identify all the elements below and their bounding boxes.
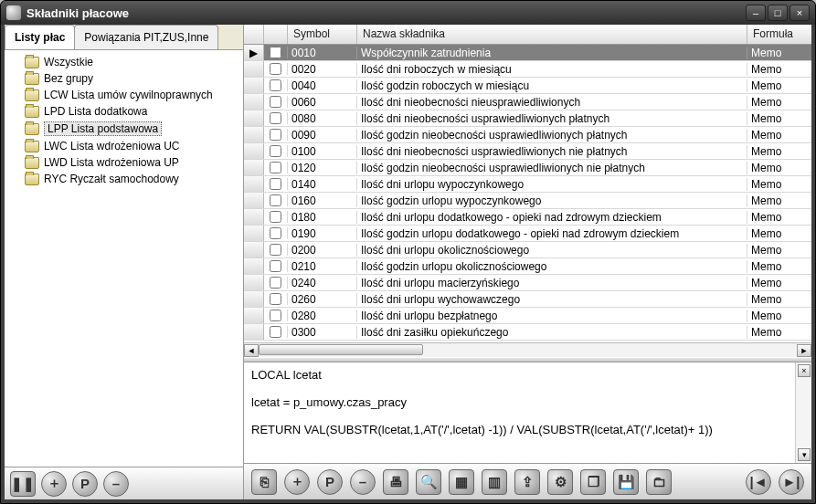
tool-table-icon[interactable]: ▦	[449, 469, 474, 495]
tool-search-icon[interactable]: 🔍	[416, 469, 441, 495]
scroll-thumb[interactable]	[259, 344, 423, 355]
cell-formula[interactable]: Memo	[747, 63, 811, 76]
cell-formula[interactable]: Memo	[747, 112, 811, 125]
sidebar-edit-button[interactable]: P	[72, 471, 98, 497]
tree-item[interactable]: LPD Lista dodatkowa	[6, 103, 241, 120]
row-checkbox[interactable]	[270, 326, 281, 338]
titlebar[interactable]: Składniki płacowe – □ ×	[1, 1, 815, 25]
col-formula[interactable]: Formuła	[747, 25, 811, 44]
table-row[interactable]: 0100Ilość dni nieobecności usprawiedliwi…	[244, 143, 811, 160]
cell-formula[interactable]: Memo	[747, 211, 811, 224]
scroll-right-icon[interactable]: ►	[797, 344, 811, 357]
col-check[interactable]	[264, 25, 288, 44]
sidebar-tool-1-icon[interactable]: ❚❚	[10, 471, 36, 497]
row-checkbox[interactable]	[270, 162, 281, 173]
table-row[interactable]: 0240Ilość dni urlopu macierzyńskiegoMemo	[244, 275, 811, 291]
row-checkbox[interactable]	[270, 293, 281, 305]
table-row[interactable]: 0060Ilość dni nieobecności nieusprawiedl…	[244, 94, 811, 110]
row-checkbox[interactable]	[270, 79, 281, 91]
table-row[interactable]: 0080Ilość dni nieobecności usprawiedliwi…	[244, 110, 811, 127]
tool-save-icon[interactable]: 💾	[613, 469, 639, 495]
row-checkbox[interactable]	[270, 277, 281, 289]
cell-formula[interactable]: Memo	[747, 260, 811, 273]
cell-formula[interactable]: Memo	[747, 96, 811, 109]
tree-item[interactable]: LWC Lista wdrożeniowa UC	[6, 138, 241, 154]
tool-edit-button[interactable]: P	[317, 469, 343, 495]
tree-item[interactable]: RYC Ryczałt samochodowy	[6, 171, 241, 187]
cell-formula[interactable]: Memo	[747, 194, 811, 207]
tree-item[interactable]: Bez grupy	[6, 70, 241, 87]
code-close-icon[interactable]: ×	[798, 364, 811, 377]
col-marker[interactable]	[244, 25, 264, 44]
cell-formula[interactable]: Memo	[747, 227, 811, 240]
cell-formula[interactable]: Memo	[747, 326, 811, 339]
formula-text[interactable]: LOCAL lcetat lcetat = p_umowy.czas_pracy…	[244, 362, 795, 463]
table-row[interactable]: 0140Ilość dni urlopu wypoczynkowegoMemo	[244, 176, 811, 193]
tree-item[interactable]: Wszystkie	[6, 54, 241, 70]
row-checkbox[interactable]	[270, 227, 281, 239]
col-symbol[interactable]: Symbol	[288, 25, 357, 44]
row-checkbox[interactable]	[270, 178, 281, 190]
tool-chart-icon[interactable]: ▥	[482, 469, 507, 495]
row-checkbox[interactable]	[270, 194, 281, 206]
tool-window-icon[interactable]: ❐	[580, 469, 606, 495]
row-checkbox[interactable]	[270, 129, 281, 141]
row-checkbox[interactable]	[270, 310, 281, 321]
cell-formula[interactable]: Memo	[747, 145, 811, 158]
row-checkbox[interactable]	[270, 145, 281, 157]
tool-gear-icon[interactable]: ⚙	[547, 469, 573, 495]
sidebar-add-button[interactable]: ＋	[41, 471, 67, 497]
table-row[interactable]: 0180Ilość dni urlopu dodatkowego - opiek…	[244, 209, 811, 226]
row-checkbox[interactable]	[270, 244, 281, 256]
col-name[interactable]: Nazwa składnika	[357, 25, 747, 44]
cell-formula[interactable]: Memo	[747, 162, 811, 174]
cell-formula[interactable]: Memo	[747, 277, 811, 289]
table-row[interactable]: 0210Ilość godzin urlopu okolicznościoweg…	[244, 258, 811, 275]
cell-formula[interactable]: Memo	[747, 178, 811, 191]
table-row[interactable]: 0200Ilość dni urlopu okolicznościowegoMe…	[244, 242, 811, 258]
table-row[interactable]: 0190Ilość godzin urlopu dodatkowego - op…	[244, 226, 811, 242]
cell-formula[interactable]: Memo	[747, 310, 811, 322]
table-row[interactable]: 0090Ilość godzin nieobecności usprawiedl…	[244, 127, 811, 143]
row-checkbox[interactable]	[270, 63, 281, 75]
tool-export-icon[interactable]: ⇪	[514, 469, 540, 495]
cell-formula[interactable]: Memo	[747, 293, 811, 306]
table-row[interactable]: 0160Ilość godzin urlopu wypoczynkowegoMe…	[244, 193, 811, 209]
tree-item[interactable]: LPP Lista podstawowa	[6, 120, 241, 138]
cell-formula[interactable]: Memo	[747, 244, 811, 257]
tool-folder-icon[interactable]: 🗀	[646, 469, 672, 495]
row-checkbox[interactable]	[270, 96, 281, 108]
nav-first-button[interactable]: |◄	[746, 469, 771, 495]
table-row[interactable]: 0280Ilość dni urlopu bezpłatnegoMemo	[244, 308, 811, 324]
scroll-left-icon[interactable]: ◄	[244, 344, 259, 357]
tool-copy-icon[interactable]: ⎘	[251, 469, 277, 495]
tool-add-button[interactable]: ＋	[284, 469, 310, 495]
table-row[interactable]: 0120Ilość godzin nieobecności usprawiedl…	[244, 160, 811, 176]
horizontal-scrollbar[interactable]: ◄ ►	[244, 342, 811, 357]
row-checkbox[interactable]	[270, 112, 281, 124]
row-checkbox[interactable]	[270, 47, 281, 58]
tool-print-icon[interactable]: 🖶	[383, 469, 408, 495]
tab-powiazania[interactable]: Powiązania PIT,ZUS,Inne	[74, 25, 218, 49]
sidebar-delete-button[interactable]: –	[103, 471, 129, 497]
tree[interactable]: WszystkieBez grupyLCW Lista umów cywilno…	[5, 50, 243, 467]
grid-body[interactable]: ▶0010Współczynnik zatrudnieniaMemo0020Il…	[244, 45, 811, 342]
code-dropdown-icon[interactable]: ▾	[798, 448, 811, 461]
cell-formula[interactable]: Memo	[747, 47, 811, 59]
close-button[interactable]: ×	[790, 5, 810, 21]
table-row[interactable]: 0260Ilość dni urlopu wychowawczegoMemo	[244, 291, 811, 308]
table-row[interactable]: 0300Ilość dni zasiłku opiekuńczegoMemo	[244, 324, 811, 341]
tab-listy-plac[interactable]: Listy płac	[5, 25, 75, 49]
table-row[interactable]: 0020Ilość dni roboczych w miesiącuMemo	[244, 61, 811, 78]
cell-formula[interactable]: Memo	[747, 79, 811, 92]
cell-formula[interactable]: Memo	[747, 129, 811, 142]
table-row[interactable]: ▶0010Współczynnik zatrudnieniaMemo	[244, 45, 811, 61]
row-checkbox[interactable]	[270, 260, 281, 272]
tree-item[interactable]: LCW Lista umów cywilnoprawnych	[6, 87, 241, 103]
tool-delete-button[interactable]: –	[350, 469, 376, 495]
row-checkbox[interactable]	[270, 211, 281, 223]
table-row[interactable]: 0040Ilość godzin roboczych w miesiącuMem…	[244, 78, 811, 94]
minimize-button[interactable]: –	[746, 5, 766, 21]
nav-last-button[interactable]: ►|	[779, 469, 804, 495]
tree-item[interactable]: LWD Lista wdrożeniowa UP	[6, 154, 241, 171]
